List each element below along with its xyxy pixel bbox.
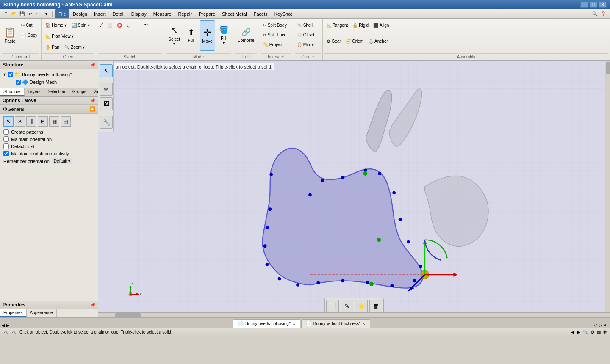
project-button[interactable]: 📏 Project <box>261 40 285 49</box>
opt-grid-btn[interactable]: ⊟ <box>38 116 48 127</box>
status-grid-icon[interactable]: ▦ <box>597 330 601 334</box>
tree-item-bunny[interactable]: ▼ 📁 Bunny needs hollowing* <box>2 71 96 78</box>
menu-insert[interactable]: Insert <box>91 9 109 18</box>
general-header[interactable]: ⚙ General 🔼 <box>0 105 98 114</box>
minimize-button[interactable]: — <box>580 2 588 8</box>
tree-item-designmesh[interactable]: 🔷 Design Mesh <box>2 78 96 86</box>
orient-button[interactable]: 🧭 Orient <box>344 37 366 46</box>
mirror-button[interactable]: 🪞 Mirror <box>295 40 316 49</box>
tab-selection[interactable]: Selection <box>44 88 69 96</box>
checkbox-create-patterns[interactable] <box>3 129 9 135</box>
menu-measure[interactable]: Measure <box>150 9 175 18</box>
rigid-button[interactable]: 🔒 Rigid <box>350 20 371 30</box>
viewport[interactable]: Z Click an object. Double-click to selec… <box>98 61 610 317</box>
zoom-button[interactable]: 🔍 Zoom ▾ <box>62 42 87 52</box>
sketch-rect-button[interactable]: ⬜ <box>105 20 114 30</box>
sketch-line-button[interactable]: ╱ <box>98 20 105 30</box>
planview-button[interactable]: 📐 Plan View ▾ <box>43 31 76 41</box>
tab-close-thickness[interactable]: ✕ <box>362 322 366 326</box>
tree-expand-arrow[interactable]: ▼ <box>3 72 7 77</box>
bvt-grid-button[interactable]: ▦ <box>369 300 382 312</box>
vt-image-button[interactable]: 🖼 <box>100 97 113 110</box>
maximize-button[interactable]: ❐ <box>590 2 597 8</box>
opt-align-btn[interactable]: ||| <box>26 116 36 127</box>
status-nav-right[interactable]: ▶ <box>577 330 580 334</box>
shell-button[interactable]: 🐚 Shell <box>295 20 315 30</box>
tangent-button[interactable]: 📐 Tangent <box>324 20 350 30</box>
tab-close-hollowing[interactable]: ✕ <box>292 322 296 326</box>
vt-pencil-button[interactable]: ✏ <box>100 83 113 96</box>
opt-select-btn[interactable]: ↖ <box>3 116 14 127</box>
status-settings-icon[interactable]: ⚙ <box>591 330 594 334</box>
doc-tab-bunny-thickness[interactable]: 📄 Bunny without thickness* ✕ <box>301 319 370 328</box>
menu-keyshot[interactable]: KeyShot <box>271 9 296 18</box>
opt-move-btn[interactable]: ✕ <box>15 116 25 127</box>
tab-scroll-left[interactable]: ◁ <box>594 323 597 328</box>
help-search[interactable]: 🔍 <box>591 11 598 17</box>
align-button[interactable]: ⬛ Align <box>371 20 391 30</box>
status-zoom-icon[interactable]: 🔍 <box>583 330 588 334</box>
splitbody-button[interactable]: ✂ Split Body <box>261 20 289 30</box>
cut-button[interactable]: ✂Cut <box>19 20 39 30</box>
tab-structure[interactable]: Structure <box>0 88 25 96</box>
sketch-p3-button[interactable]: 〜 <box>142 20 150 30</box>
sketch-p2-button[interactable]: ⌒ <box>133 20 141 30</box>
offset-button[interactable]: ⬜ Offset <box>295 30 317 39</box>
menu-facets[interactable]: Facets <box>250 9 271 18</box>
close-button[interactable]: ✕ <box>599 2 607 8</box>
status-nav-left[interactable]: ◀ <box>571 330 574 334</box>
sketch-circle-button[interactable]: ⭕ <box>115 20 124 30</box>
options-pin[interactable]: 📌 <box>90 98 95 103</box>
redo-button[interactable]: ↪ <box>35 11 42 17</box>
tab-groups[interactable]: Groups <box>69 88 90 96</box>
tab-scroll-right[interactable]: ▷ <box>599 323 602 328</box>
undo-button[interactable]: ↩ <box>27 11 33 17</box>
doc-tab-bunny-hollowing[interactable]: 📄 Bunny needs hollowing* ✕ <box>233 319 300 328</box>
menu-detail[interactable]: Detail <box>109 9 128 18</box>
bottom-scrollbar[interactable] <box>98 312 610 317</box>
bvt-wireframe-button[interactable]: ✎ <box>341 300 353 312</box>
combine-button[interactable]: 🔗 Combine <box>235 20 257 51</box>
open-button[interactable]: 📂 <box>11 11 17 17</box>
select-button[interactable]: ↖ Select ▾ <box>166 20 183 51</box>
bvt-box-button[interactable]: ⬜ <box>326 300 339 312</box>
vt-tool-button[interactable]: 🔧 <box>100 116 113 129</box>
vt-select-button[interactable]: ↖ <box>100 64 113 77</box>
menu-prepare[interactable]: Prepare <box>195 9 219 18</box>
new-button[interactable]: 🗋 <box>3 11 9 17</box>
paste-button[interactable]: 📋 Paste <box>2 20 18 51</box>
tab-layers[interactable]: Layers <box>25 88 44 96</box>
checkbox-sketch-connectivity[interactable] <box>3 151 9 156</box>
tab-close-panel[interactable]: ✕ <box>603 323 607 328</box>
menu-file[interactable]: File <box>55 9 69 18</box>
status-snap-icon[interactable]: ✚ <box>603 330 607 334</box>
menu-repair[interactable]: Repair <box>175 9 195 18</box>
menu-arrow[interactable]: ▾ <box>43 11 50 17</box>
menu-design[interactable]: Design <box>69 9 91 18</box>
properties-pin[interactable]: 📌 <box>90 303 95 307</box>
bvt-render-button[interactable]: ⭐ <box>355 300 368 312</box>
tab-nav-left[interactable]: ◀ <box>2 323 5 328</box>
tab-properties[interactable]: Properties <box>0 309 27 317</box>
checkbox-maintain-orientation[interactable] <box>3 136 9 142</box>
opt-table-btn[interactable]: ▦ <box>49 116 59 127</box>
pull-button[interactable]: ⬆ Pull <box>183 20 199 51</box>
tab-appearance[interactable]: Appearance <box>27 309 57 317</box>
right-scrollbar[interactable] <box>605 61 610 317</box>
help-button[interactable]: ❓ <box>600 11 607 17</box>
anchor-button[interactable]: ⚓ Anchor <box>366 37 390 46</box>
opt-list-btn[interactable]: ▤ <box>61 116 71 127</box>
move-button[interactable]: ✛ Move <box>200 20 215 51</box>
home-button[interactable]: 🏠 Home ▾ <box>43 20 68 30</box>
pan-button[interactable]: ✋ Pan <box>43 42 61 52</box>
spin-button[interactable]: 🔄 Spin ▾ <box>69 20 92 30</box>
tree-checkbox-designmesh[interactable] <box>16 80 21 85</box>
sketch-arc-button[interactable]: ◡ <box>125 20 133 30</box>
menu-display[interactable]: Display <box>128 9 150 18</box>
tree-checkbox-bunny[interactable] <box>8 72 13 77</box>
default-button[interactable]: Default ▾ <box>52 158 72 164</box>
menu-sheetmetal[interactable]: Sheet Metal <box>219 9 250 18</box>
copy-button[interactable]: 📄Copy <box>19 30 39 40</box>
tab-nav-right[interactable]: ▶ <box>6 323 9 328</box>
save-button[interactable]: 💾 <box>19 11 25 17</box>
